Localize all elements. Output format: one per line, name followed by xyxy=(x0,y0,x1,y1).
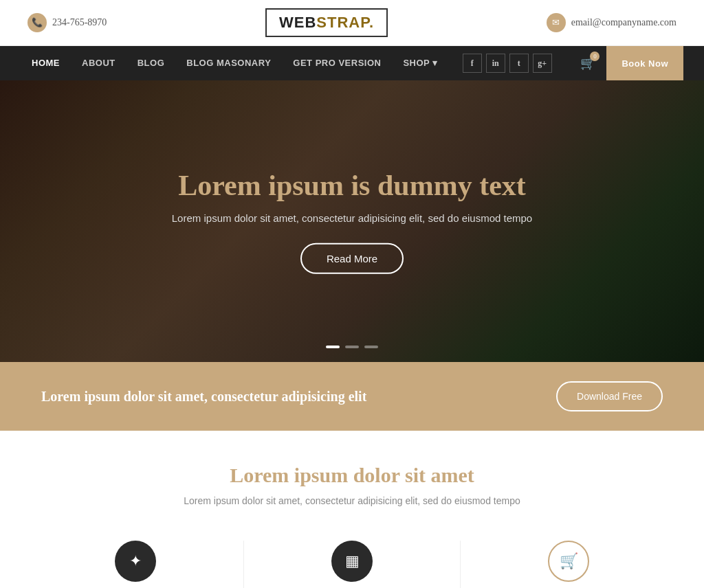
feature-item-2: ▦ xyxy=(244,541,461,588)
hero-subtitle: Lorem ipsum dolor sit amet, consectetur … xyxy=(146,212,558,224)
hero-dot-1[interactable] xyxy=(326,346,340,348)
nav-link-blog-masonary[interactable]: BLOG MASONARY xyxy=(175,46,282,80)
hero-title: Lorem ipsum is dummy text xyxy=(146,168,558,203)
nav-link-about[interactable]: ABOUT xyxy=(71,46,126,80)
nav-link-shop[interactable]: SHOP ▾ xyxy=(392,46,448,80)
feature-icon-1: ✦ xyxy=(115,541,156,582)
nav-link-get-pro[interactable]: GET PRO VERSION xyxy=(282,46,392,80)
section-title-accent: sit amet xyxy=(405,464,474,486)
section-subtitle: Lorem ipsum dolor sit amet, consectetur … xyxy=(28,495,676,506)
features-section-header: Lorem ipsum dolor sit amet Lorem ipsum d… xyxy=(0,431,704,520)
feature-item-3: 🛒 xyxy=(461,541,676,588)
nav-item-get-pro[interactable]: GET PRO VERSION xyxy=(282,46,392,80)
email-contact: ✉ email@companyname.com xyxy=(547,13,676,32)
nav-item-shop[interactable]: SHOP ▾ xyxy=(392,46,448,80)
hero-section: Lorem ipsum is dummy text Lorem ipsum do… xyxy=(0,80,704,362)
phone-number: 234-765-8970 xyxy=(52,17,107,28)
social-links: f in t g+ xyxy=(463,54,552,73)
download-button[interactable]: Download Free xyxy=(556,381,663,411)
facebook-link[interactable]: f xyxy=(463,54,482,73)
hero-dot-2[interactable] xyxy=(345,346,359,348)
download-banner: Lorem ipsum dolor sit amet, consectetur … xyxy=(0,362,704,431)
logo[interactable]: WEBSTRAP. xyxy=(265,8,388,37)
nav-links: HOME ABOUT BLOG BLOG MASONARY GET PRO VE… xyxy=(21,46,449,80)
features-row: ✦ ▦ 🛒 xyxy=(0,520,704,588)
hero-content: Lorem ipsum is dummy text Lorem ipsum do… xyxy=(146,168,558,274)
cart-badge: 0 xyxy=(590,52,600,61)
nav-link-blog[interactable]: BLOG xyxy=(126,46,176,80)
nav-item-blog[interactable]: BLOG xyxy=(126,46,176,80)
hero-dots xyxy=(326,346,378,348)
phone-icon: 📞 xyxy=(28,13,47,32)
top-bar: 📞 234-765-8970 WEBSTRAP. ✉ email@company… xyxy=(0,0,704,46)
feature-icon-3: 🛒 xyxy=(548,541,589,582)
nav-item-blog-masonary[interactable]: BLOG MASONARY xyxy=(175,46,282,80)
nav-link-home[interactable]: HOME xyxy=(21,46,71,80)
cart-icon[interactable]: 🛒 0 xyxy=(580,56,595,71)
section-title: Lorem ipsum dolor sit amet xyxy=(28,464,676,487)
twitter-link[interactable]: t xyxy=(509,54,529,73)
hero-cta-button[interactable]: Read More xyxy=(300,243,404,274)
nav-right: 🛒 0 Book Now xyxy=(580,46,683,80)
nav-item-home[interactable]: HOME xyxy=(21,46,71,80)
hero-dot-3[interactable] xyxy=(364,346,378,348)
navbar: HOME ABOUT BLOG BLOG MASONARY GET PRO VE… xyxy=(0,46,704,80)
nav-item-about[interactable]: ABOUT xyxy=(71,46,126,80)
book-now-button[interactable]: Book Now xyxy=(606,46,683,80)
banner-text: Lorem ipsum dolor sit amet, consectetur … xyxy=(41,389,366,405)
email-address: email@companyname.com xyxy=(571,17,676,28)
logo-text: WEBSTRAP. xyxy=(279,14,374,31)
hero-title-accent: dummy text xyxy=(377,170,526,201)
feature-icon-2: ▦ xyxy=(331,541,373,582)
email-icon: ✉ xyxy=(547,13,566,32)
phone-contact: 📞 234-765-8970 xyxy=(28,13,107,32)
linkedin-link[interactable]: in xyxy=(486,54,505,73)
googleplus-link[interactable]: g+ xyxy=(533,54,552,73)
feature-item-1: ✦ xyxy=(28,541,244,588)
